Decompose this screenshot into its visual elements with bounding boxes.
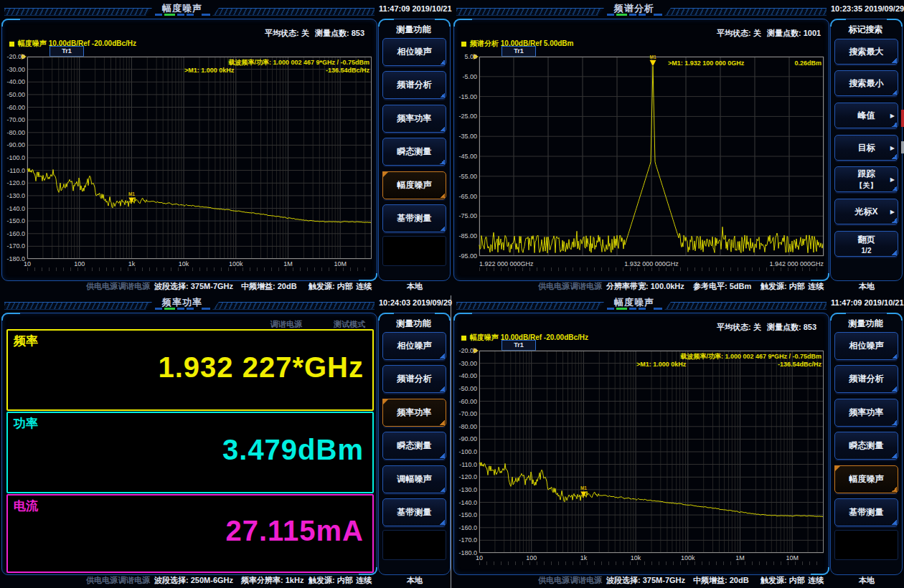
menu-item-label: 峰值 <box>858 110 875 122</box>
trace-tag[interactable]: Tr1 <box>502 340 536 351</box>
graph-panel: 平均状态: 关 测量点数: 853 幅度噪声 10.00dB/Ref -20.0… <box>1 19 377 281</box>
quadrant-frequency-power: 频率功率 10:24:03 2019/09/29 调谐电源 测试模式 频率1.9… <box>0 294 452 588</box>
menu-item-label: 基带测量 <box>397 506 432 518</box>
menu-item-label: 跟踪 <box>858 168 875 180</box>
menu-item-3[interactable]: 频率功率 <box>382 399 446 427</box>
x-tick-label: 1M <box>274 260 303 267</box>
y-tick-label: -140.0 <box>454 499 477 506</box>
titlebar-hatch-left <box>4 302 152 310</box>
menu-item-label: 基带测量 <box>849 506 884 518</box>
menu-header: 测量功能 <box>385 318 442 330</box>
titlebar-hatch-left <box>456 302 604 310</box>
status-item: 调谐电源 <box>118 281 150 292</box>
y-tick-label: -50.00 <box>454 385 477 392</box>
title-bar: 幅度噪声 11:47:09 2019/10/21 <box>0 0 452 19</box>
title-underline-dashes <box>607 308 662 310</box>
marker-annotation: >M1: 1.000 0kHz-136.54dBc/Hz <box>636 361 821 368</box>
menu-item-6[interactable]: 基带测量 <box>834 498 898 526</box>
menu-item-2[interactable]: 搜索最小 <box>834 70 898 96</box>
menu-item-5[interactable]: 幅度噪声 <box>382 171 446 199</box>
menu-item-5[interactable]: 跟踪【关】▶ <box>834 166 898 192</box>
titlebar-hatch-right <box>212 8 375 16</box>
y-tick-label: -40.00 <box>2 78 25 85</box>
y-tick-label: -160.0 <box>454 524 477 531</box>
readout-value: 27.115mA <box>225 515 364 547</box>
x-tick-label: 1.922 000 000GHz <box>479 260 558 267</box>
y-tick-label: -85.00 <box>454 232 477 240</box>
status-item: 频率分辨率: 1kHz <box>241 575 303 586</box>
x-tick-label: 100k <box>222 260 250 267</box>
menu-item-1[interactable]: 相位噪声 <box>382 332 446 360</box>
y-tick-label: -150.0 <box>454 511 477 518</box>
readout-power: 功率3.479dBm <box>6 412 374 493</box>
status-item: 中频增益: 20dB <box>693 575 749 586</box>
trace-tag[interactable]: Tr1 <box>502 46 536 57</box>
y-tick-label: -5.00 <box>454 73 477 80</box>
average-state-label: 平均状态: 关 <box>717 28 761 39</box>
status-item: 波段选择: 250M-6GHz <box>154 575 233 586</box>
menu-item-2[interactable]: 频谱分析 <box>382 71 446 99</box>
menu-item-3[interactable]: 频率功率 <box>834 399 898 427</box>
menu-item-3[interactable]: 峰值▶ <box>834 103 898 128</box>
readout-panel: 调谐电源 测试模式 频率1.932 227*GHz功率3.479dBm电流27.… <box>1 313 377 575</box>
submenu-arrow-icon: ▶ <box>890 145 895 151</box>
menu-item-6[interactable]: 基带测量 <box>382 498 446 526</box>
y-tick-label: -160.0 <box>2 230 25 237</box>
status-item: 中频增益: 20dB <box>241 281 297 292</box>
trace-tag[interactable]: Tr1 <box>50 46 84 57</box>
status-item: 分辨率带宽: 100.0kHz <box>606 281 684 292</box>
menu-item-label: 相位噪声 <box>849 340 884 352</box>
status-item: 调谐电源 <box>570 575 602 586</box>
menu-item-6[interactable]: 基带测量 <box>382 204 446 232</box>
y-tick-label: 5.00 <box>454 53 477 60</box>
svg-text:M1: M1 <box>649 54 656 60</box>
trace-color-swatch-icon <box>461 336 466 341</box>
menu-item-4[interactable]: 目标▶ <box>834 135 898 161</box>
menu-item-7[interactable]: 翻页1/2 <box>834 231 898 257</box>
status-bar: 供电电源调谐电源波段选择: 375M-7GHz中频增益: 20dB触发源: 内部… <box>452 575 904 587</box>
tuning-power-label: 调谐电源 <box>270 319 302 330</box>
y-tick-label: -20.00 <box>454 347 477 354</box>
y-tick-label: -30.00 <box>2 66 25 73</box>
quadrant-spectrum-analysis: 频谱分析 10:23:35 2019/09/29 平均状态: 关 测量点数: 1… <box>452 0 904 294</box>
menu-item-1[interactable]: 相位噪声 <box>382 38 446 66</box>
menu-item-1[interactable]: 相位噪声 <box>834 332 898 360</box>
status-item: 波段选择: 375M-7GHz <box>606 575 685 586</box>
readout-label: 电流 <box>14 498 38 514</box>
y-tick-label: -120.0 <box>454 473 477 480</box>
y-tick-label: -95.00 <box>454 252 477 260</box>
menu-item-1[interactable]: 搜索最大 <box>834 39 898 65</box>
x-tick-label: 1.932 000 000GHz <box>608 260 695 267</box>
menu-item-label: 调幅噪声 <box>397 473 432 485</box>
menu-item-4[interactable]: 瞬态测量 <box>834 432 898 460</box>
test-mode-label: 测试模式 <box>334 319 365 330</box>
trace-color-swatch-icon <box>9 42 14 47</box>
menu-item-4[interactable]: 瞬态测量 <box>382 432 446 460</box>
menu-item-2[interactable]: 频谱分析 <box>834 365 898 393</box>
menu-item-3[interactable]: 频率功率 <box>382 105 446 133</box>
menu-item-2[interactable]: 频谱分析 <box>382 365 446 393</box>
status-item: 调谐电源 <box>118 575 150 586</box>
y-tick-label: -30.00 <box>454 360 477 367</box>
menu-empty-slot <box>382 236 446 266</box>
y-tick-label: -130.0 <box>454 486 477 493</box>
menu-item-label: 瞬态测量 <box>397 440 432 452</box>
menu-item-5[interactable]: 幅度噪声 <box>834 465 898 493</box>
menu-item-6[interactable]: 光标X▶ <box>834 199 898 224</box>
x-tick-label: 100 <box>65 260 94 267</box>
menu-item-4[interactable]: 瞬态测量 <box>382 138 446 166</box>
y-tick-label: -130.0 <box>2 192 25 199</box>
title-bar: 幅度噪声 11:47:09 2019/10/21 <box>452 294 904 313</box>
status-item: 连续 <box>808 575 824 586</box>
menu-header: 测量功能 <box>385 24 442 36</box>
status-item: 供电电源 <box>86 281 118 292</box>
y-tick-label: -25.00 <box>454 113 477 120</box>
clock: 11:47:09 2019/10/21 <box>379 4 451 13</box>
quadrant-separator-line <box>451 295 451 588</box>
svg-text:M1: M1 <box>128 191 135 196</box>
menu-item-5[interactable]: 调幅噪声 <box>382 465 446 493</box>
y-tick-label: -90.00 <box>454 435 477 442</box>
menu-empty-slot <box>834 530 898 560</box>
titlebar-hatch-right <box>664 8 827 16</box>
spectrum-plot: M1 <box>479 57 824 259</box>
